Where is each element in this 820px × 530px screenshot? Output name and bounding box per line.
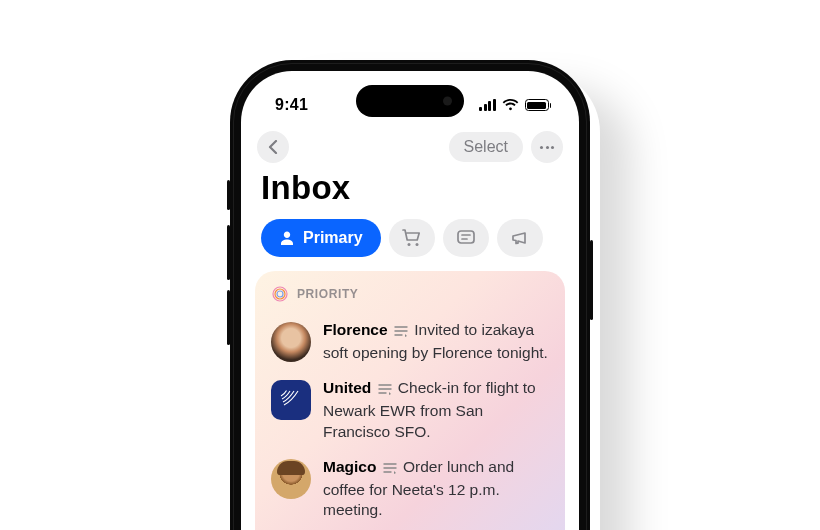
tab-shopping[interactable] [389, 219, 435, 257]
cellular-icon [479, 99, 496, 111]
more-button[interactable] [531, 131, 563, 163]
avatar [271, 459, 311, 499]
priority-item[interactable]: Magico Order lunch and coffee for Neeta'… [271, 450, 549, 529]
select-button[interactable]: Select [449, 132, 523, 162]
page-title: Inbox [241, 169, 579, 219]
tab-promotions[interactable] [497, 219, 543, 257]
svg-point-1 [415, 243, 418, 246]
message-icon [456, 229, 476, 247]
back-button[interactable] [257, 131, 289, 163]
phone-frame: 9:41 Select [230, 60, 590, 530]
status-time: 9:41 [275, 96, 308, 114]
summary-icon [378, 380, 392, 401]
chevron-left-icon [268, 140, 278, 154]
ellipsis-icon [540, 146, 554, 149]
intelligence-icon [271, 285, 289, 303]
avatar [271, 380, 311, 420]
summary-icon [394, 322, 408, 343]
sender: Magico [323, 458, 376, 475]
dynamic-island [356, 85, 464, 117]
megaphone-icon [510, 229, 530, 247]
sender: Florence [323, 321, 388, 338]
svg-point-0 [407, 243, 410, 246]
tab-primary-label: Primary [303, 229, 363, 247]
svg-point-5 [277, 291, 283, 297]
person-icon [279, 230, 295, 246]
tab-updates[interactable] [443, 219, 489, 257]
summary-icon [383, 459, 397, 480]
priority-item[interactable]: United Check-in for flight to Newark EWR… [271, 371, 549, 450]
sender: United [323, 379, 371, 396]
wifi-icon [502, 99, 519, 111]
nav-bar: Select [241, 125, 579, 169]
battery-icon [525, 99, 552, 111]
svg-rect-2 [458, 231, 474, 243]
priority-label: PRIORITY [297, 287, 358, 301]
cart-icon [402, 229, 422, 247]
tab-primary[interactable]: Primary [261, 219, 381, 257]
screen: 9:41 Select [241, 71, 579, 530]
avatar [271, 322, 311, 362]
priority-item[interactable]: Florence Invited to izakaya soft opening… [271, 313, 549, 371]
priority-section: PRIORITY Florence Invited to izakaya sof… [255, 271, 565, 530]
category-tabs: Primary [241, 219, 579, 271]
